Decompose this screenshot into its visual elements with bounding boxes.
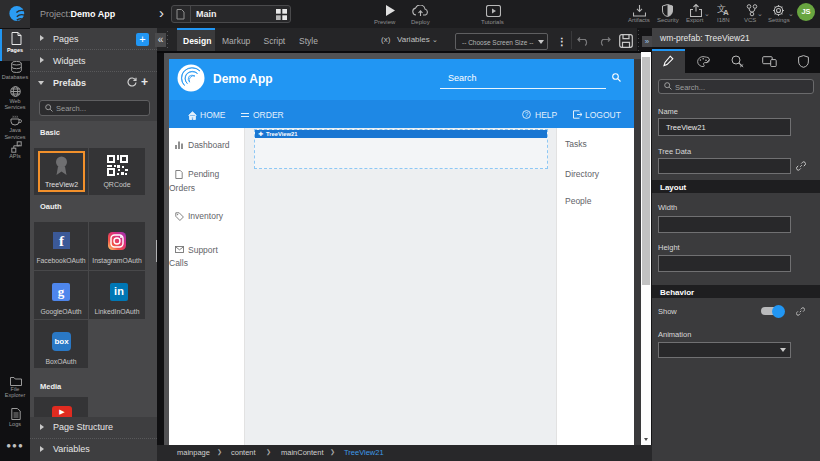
svg-text:A: A (723, 8, 729, 16)
svg-text:?: ? (525, 111, 529, 118)
